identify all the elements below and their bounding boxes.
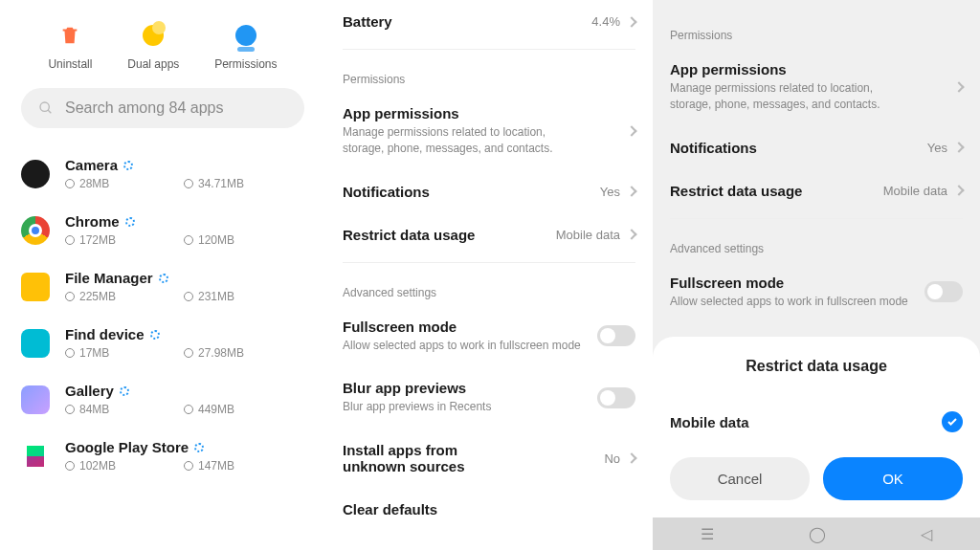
uninstall-action[interactable]: Uninstall bbox=[48, 23, 92, 71]
search-input[interactable]: Search among 84 apps bbox=[21, 88, 304, 128]
ok-button[interactable]: OK bbox=[823, 457, 963, 500]
dual-apps-label: Dual apps bbox=[127, 57, 179, 71]
divider bbox=[343, 262, 635, 263]
spinner-icon bbox=[125, 217, 135, 227]
top-actions: Uninstall Dual apps Permissions bbox=[31, 23, 295, 71]
app-row-gallery[interactable]: Gallery 84MB449MB bbox=[21, 371, 304, 428]
restrict-data-row[interactable]: Restrict data usage Mobile data bbox=[343, 213, 635, 256]
nav-back-icon[interactable]: ◁ bbox=[921, 525, 932, 543]
storage-icon bbox=[65, 179, 75, 188]
app-row-file-manager[interactable]: File Manager 225MB231MB bbox=[21, 258, 304, 315]
find-device-app-icon bbox=[21, 329, 50, 358]
clock-icon bbox=[184, 179, 193, 188]
divider bbox=[670, 218, 963, 219]
clock-icon bbox=[184, 292, 193, 301]
spinner-icon bbox=[123, 161, 133, 170]
spinner-icon bbox=[120, 386, 129, 396]
app-row-play-store[interactable]: Google Play Store 102MB147MB bbox=[21, 428, 304, 484]
restrict-data-modal: Restrict data usage Mobile data Cancel O… bbox=[653, 337, 980, 517]
trash-icon bbox=[57, 23, 82, 48]
battery-row[interactable]: Battery 4.4% bbox=[343, 0, 635, 43]
clock-icon bbox=[184, 405, 193, 414]
app-name: File Manager bbox=[65, 270, 153, 286]
search-placeholder: Search among 84 apps bbox=[65, 99, 223, 117]
modal-title: Restrict data usage bbox=[670, 358, 963, 375]
clock-icon bbox=[184, 348, 193, 358]
file-manager-app-icon bbox=[21, 273, 50, 301]
fullscreen-row[interactable]: Fullscreen modeAllow selected apps to wo… bbox=[670, 261, 963, 323]
checkmark-icon bbox=[942, 411, 963, 432]
nav-home-icon[interactable]: ◯ bbox=[809, 525, 826, 543]
app-row-camera[interactable]: Camera 28MB34.71MB bbox=[21, 145, 304, 202]
app-permissions-row[interactable]: App permissionsManage permissions relate… bbox=[670, 48, 963, 126]
cancel-button[interactable]: Cancel bbox=[670, 457, 810, 500]
chevron-right-icon bbox=[626, 16, 636, 27]
storage-icon bbox=[65, 235, 75, 245]
svg-point-0 bbox=[40, 102, 49, 111]
app-permissions-row[interactable]: App permissionsManage permissions relate… bbox=[343, 92, 635, 170]
nav-bar: ☰ ◯ ◁ bbox=[653, 517, 980, 550]
divider bbox=[343, 49, 635, 50]
battery-title: Battery bbox=[343, 13, 392, 30]
chevron-right-icon bbox=[953, 81, 964, 92]
app-name: Chrome bbox=[65, 213, 120, 230]
gallery-app-icon bbox=[21, 385, 50, 414]
fullscreen-toggle[interactable] bbox=[924, 281, 963, 302]
permissions-section: Permissions bbox=[670, 11, 963, 48]
app-list-pane: Uninstall Dual apps Permissions Search a… bbox=[0, 0, 325, 550]
modal-option-label: Mobile data bbox=[670, 414, 749, 430]
dual-apps-icon bbox=[141, 23, 166, 48]
notifications-row[interactable]: Notifications Yes bbox=[670, 126, 963, 169]
chevron-right-icon bbox=[626, 229, 636, 239]
play-store-app-icon bbox=[21, 442, 50, 471]
fullscreen-toggle[interactable] bbox=[597, 325, 635, 346]
spinner-icon bbox=[159, 274, 168, 283]
app-list: Camera 28MB34.71MB Chrome 172MB120MB Fil… bbox=[21, 145, 304, 484]
spinner-icon bbox=[194, 443, 204, 452]
dual-apps-action[interactable]: Dual apps bbox=[127, 23, 179, 71]
fullscreen-row[interactable]: Fullscreen modeAllow selected apps to wo… bbox=[343, 305, 635, 367]
app-row-chrome[interactable]: Chrome 172MB120MB bbox=[21, 202, 304, 258]
install-unknown-row[interactable]: Install apps from unknown sources No bbox=[343, 429, 635, 488]
camera-app-icon bbox=[21, 160, 50, 188]
advanced-section: Advanced settings bbox=[670, 225, 963, 261]
chevron-right-icon bbox=[953, 142, 964, 152]
clock-icon bbox=[184, 235, 193, 245]
uninstall-label: Uninstall bbox=[48, 57, 92, 71]
app-name: Camera bbox=[65, 157, 118, 173]
search-icon bbox=[38, 100, 54, 116]
app-row-find-device[interactable]: Find device 17MB27.98MB bbox=[21, 315, 304, 371]
storage-icon bbox=[65, 292, 75, 301]
modal-pane: Permissions App permissionsManage permis… bbox=[653, 0, 980, 550]
notifications-row[interactable]: Notifications Yes bbox=[343, 170, 635, 213]
chevron-right-icon bbox=[626, 125, 636, 136]
permissions-section: Permissions bbox=[343, 55, 635, 92]
blur-toggle[interactable] bbox=[597, 387, 635, 408]
clear-defaults-row[interactable]: Clear defaults bbox=[343, 488, 635, 531]
chevron-right-icon bbox=[626, 453, 636, 464]
app-name: Find device bbox=[65, 326, 145, 342]
storage-icon bbox=[65, 405, 75, 414]
app-settings-pane: Battery 4.4% Permissions App permissions… bbox=[325, 0, 653, 550]
storage-icon bbox=[65, 461, 75, 471]
chrome-app-icon bbox=[21, 216, 50, 245]
battery-value: 4.4% bbox=[591, 14, 620, 29]
spinner-icon bbox=[150, 330, 160, 340]
chevron-right-icon bbox=[626, 186, 636, 196]
storage-icon bbox=[65, 348, 75, 358]
chevron-right-icon bbox=[953, 185, 964, 195]
app-name: Google Play Store bbox=[65, 439, 189, 455]
clock-icon bbox=[184, 461, 193, 471]
modal-option-row[interactable]: Mobile data bbox=[670, 400, 963, 457]
blur-previews-row[interactable]: Blur app previewsBlur app previews in Re… bbox=[343, 366, 635, 429]
advanced-section: Advanced settings bbox=[343, 269, 635, 305]
permissions-label: Permissions bbox=[214, 57, 277, 71]
app-name: Gallery bbox=[65, 383, 114, 399]
permissions-icon bbox=[234, 23, 258, 48]
svg-line-1 bbox=[48, 110, 51, 113]
restrict-data-row[interactable]: Restrict data usage Mobile data bbox=[670, 169, 963, 212]
nav-menu-icon[interactable]: ☰ bbox=[701, 525, 714, 543]
permissions-action[interactable]: Permissions bbox=[214, 23, 277, 71]
